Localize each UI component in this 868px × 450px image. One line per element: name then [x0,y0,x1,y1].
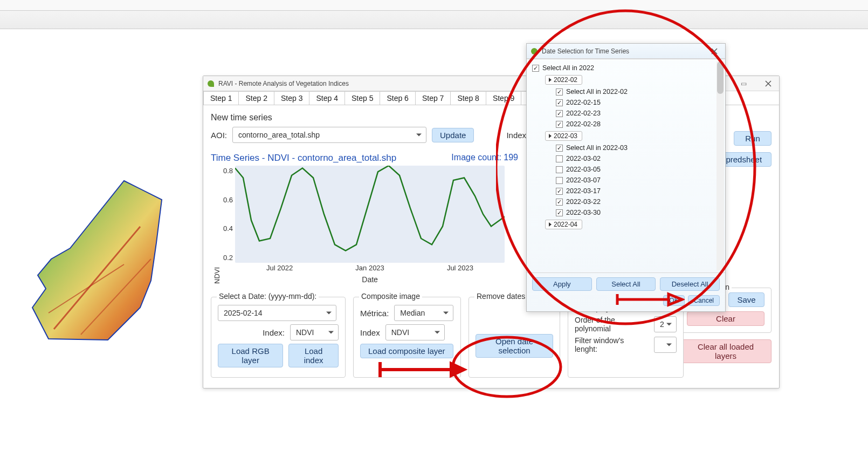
expander-2022-03[interactable]: 2022-03 [545,131,582,141]
date-label: 2022-03-17 [566,187,601,195]
dlg-ok-button[interactable]: OK [663,295,684,306]
date-label: 2022-03-07 [566,176,601,184]
tab-step-8[interactable]: Step 8 [450,91,486,105]
tab-step-3[interactable]: Step 3 [274,91,309,105]
date-checkbox[interactable] [556,188,563,195]
select-all-03-checkbox[interactable] [556,145,563,152]
date-checkbox[interactable] [556,110,563,117]
date-label: 2022-02-23 [566,110,601,117]
image-count-label: Image count: 199 [451,153,518,162]
composite-legend: Composite image [359,292,422,301]
aoi-value: contorno_area_total.shp [238,131,320,139]
clear-all-layers-button[interactable]: Clear all loaded layers [680,339,771,363]
month-03-label: 2022-03 [554,132,577,140]
date-checkbox[interactable] [556,155,563,162]
date-value: 2025-02-14 [224,309,263,317]
update-button[interactable]: Update [432,128,474,142]
tab-step-2[interactable]: Step 2 [238,91,274,105]
tab-step-9[interactable]: Step 9 [486,91,521,105]
date-checkbox[interactable] [556,99,563,106]
date-checkbox[interactable] [556,166,563,173]
poly-order-label: Order of the polynomial [575,316,649,333]
chart-yticks: 0.80.60.40.2 [223,166,235,263]
svg-rect-1 [211,84,214,87]
remove-dates-legend: Remove dates [474,292,527,301]
month-04-label: 2022-04 [554,221,577,228]
app-toolbar-ribbon [0,11,868,29]
select-all-2022-checkbox[interactable] [532,65,539,72]
chart-xlabel: Date [235,275,505,284]
svg-rect-5 [535,52,538,54]
date-label: 2022-02-28 [566,120,601,128]
precip-clear-button[interactable]: Clear [687,311,764,326]
map-aoi-thumbnail [16,178,189,345]
load-rgb-button[interactable]: Load RGB layer [218,344,283,367]
run-button[interactable]: Run [734,131,771,146]
expander-2022-04[interactable]: 2022-04 [545,220,582,229]
chart-title: Time Series - NDVI - contorno_area_total… [211,153,396,163]
date-checkbox[interactable] [556,121,563,128]
app-menubar-strip [0,0,868,11]
metric-select[interactable]: Median [394,305,453,321]
chart-ylabel: NDVI [211,166,223,284]
select-date-group: Select a Date: (yyyy-mm-dd): 2025-02-14 … [211,297,346,378]
qgis-icon [206,79,215,88]
aoi-select[interactable]: contorno_area_total.shp [232,127,426,143]
select-all-2022-label: Select All in 2022 [542,64,594,72]
tab-step-7[interactable]: Step 7 [415,91,451,105]
comp-index-label: Index [360,328,380,337]
tab-step-1[interactable]: Step 1 [203,91,239,105]
dlg-title: Date Selection for Time Series [542,47,629,55]
date-selection-dialog: Date Selection for Time Series Select Al… [526,43,726,312]
main-title: RAVI - Remote Analysis of Vegetation Ind… [218,80,349,87]
index-label: Index: [506,131,528,140]
select-all-02-checkbox[interactable] [556,88,563,96]
qgis-icon [530,47,539,56]
date-label: 2022-03-05 [566,166,601,173]
date-checkbox[interactable] [556,209,563,216]
select-all-03-label: Select All in 2022-03 [566,144,628,152]
dlg-deselect-all-button[interactable]: Deselect All [660,277,720,291]
filter-window-label: Filter window's lenght: [575,336,649,353]
dlg-apply-button[interactable]: Apply [532,277,592,291]
open-date-selection-button[interactable]: Open date selection [476,334,553,358]
date-label: 2022-03-30 [566,209,601,216]
sd-index-value: NDVI [296,328,314,337]
composite-group: Composite image Métrica: Median Index ND… [353,297,461,378]
filter-window-select[interactable] [654,337,677,353]
date-select[interactable]: 2025-02-14 [218,305,336,321]
select-date-legend: Select a Date: (yyyy-mm-dd): [217,292,319,301]
load-composite-button[interactable]: Load composite layer [360,344,453,358]
month-02-label: 2022-02 [554,76,577,84]
comp-index-select[interactable]: NDVI [385,324,445,340]
dlg-close-button[interactable] [707,46,722,57]
maximize-button[interactable]: ▭ [736,78,751,89]
sd-index-select[interactable]: NDVI [290,324,339,340]
precip-save-button[interactable]: Save [728,292,764,307]
close-button[interactable] [761,78,776,89]
date-checkbox[interactable] [556,177,563,184]
dlg-tree[interactable]: Select All in 2022 2022-02 Select All in… [527,59,725,273]
date-label: 2022-02-15 [566,99,601,106]
metric-label: Métrica: [360,309,389,318]
dlg-cancel-button[interactable]: Cancel [688,295,720,306]
tab-step-5[interactable]: Step 5 [345,91,380,105]
sd-index-label: Index: [263,328,285,337]
dlg-scrollbar-thumb[interactable] [717,62,724,94]
comp-index-value: NDVI [391,328,409,337]
metric-value: Median [400,309,425,317]
dlg-scrollbar[interactable] [717,62,724,270]
date-label: 2022-03-22 [566,198,601,206]
dlg-select-all-button[interactable]: Select All [596,277,656,291]
tab-step-4[interactable]: Step 4 [309,91,345,105]
date-checkbox[interactable] [556,199,563,206]
select-all-02-label: Select All in 2022-02 [566,88,628,96]
chart-xticks: Jul 2022Jan 2023Jul 2023 [235,264,505,272]
load-index-button[interactable]: Load index [288,344,339,367]
expander-2022-02[interactable]: 2022-02 [545,75,582,85]
poly-order-value: 2 [660,320,664,329]
tab-step-6[interactable]: Step 6 [380,91,415,105]
aoi-label: AOI: [211,131,227,140]
dlg-titlebar: Date Selection for Time Series [527,44,725,59]
poly-order-select[interactable]: 2 [654,316,677,332]
